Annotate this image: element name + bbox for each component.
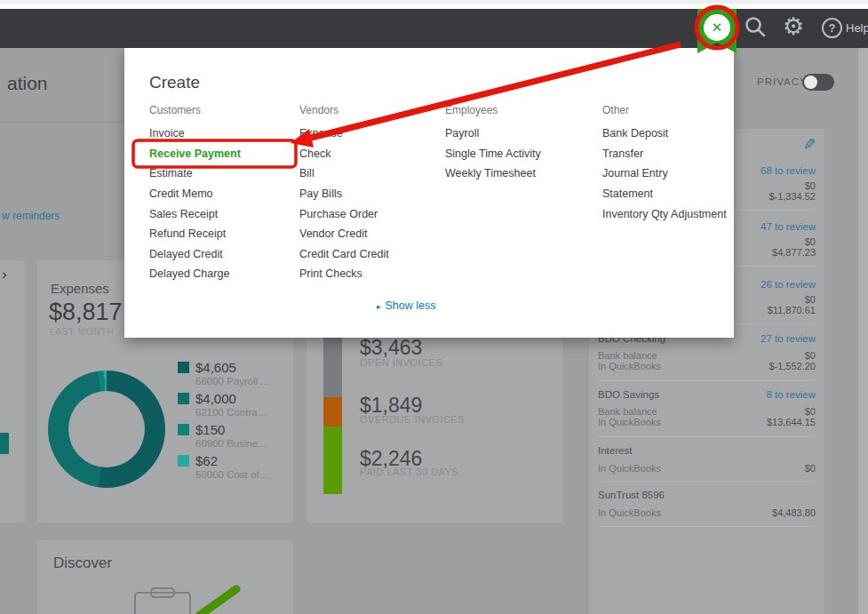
column-header-other: Other [602,104,629,116]
legend-value: $4,000 [195,391,236,406]
legend-label: 66000 Payroll ... [195,376,269,387]
menu-item-inventory-qty-adjustment[interactable]: Inventory Qty Adjustment [602,208,727,220]
menu-item-bill[interactable]: Bill [299,167,315,179]
menu-item-delayed-credit[interactable]: Delayed Credit [149,248,223,260]
menu-item-expense[interactable]: Expense [299,127,343,140]
menu-item-single-time-activity[interactable]: Single Time Activity [445,148,541,160]
bank-balance-value: $0 [805,406,816,417]
column-header-customers: Customers [149,104,201,116]
create-menu-title: Create [149,73,200,92]
bank-balance-value: $0 [805,180,816,191]
legend-swatch [178,455,189,466]
chevron-right-icon[interactable]: › [2,266,7,283]
menu-item-bank-deposit[interactable]: Bank Deposit [602,127,668,140]
expenses-card-title: Expenses [51,281,109,296]
expenses-donut-hole [68,391,145,467]
expenses-period-label: LAST MONTH [50,326,114,337]
help-icon[interactable]: ? [822,18,842,38]
bank-balance-value: $0 [805,236,816,247]
menu-item-delayed-charge[interactable]: Delayed Charge [149,267,229,280]
menu-item-weekly-timesheet[interactable]: Weekly Timesheet [445,167,536,179]
in-quickbooks-value: $4,483.80 [772,507,816,518]
show-less-link[interactable]: ▸Show less [377,299,436,312]
menu-item-credit-card-credit[interactable]: Credit Card Credit [299,248,389,260]
discover-card-title: Discover [53,554,112,572]
divider [598,380,816,381]
edit-pencil-icon[interactable]: ✎ [803,135,816,154]
menu-item-vendor-credit[interactable]: Vendor Credit [299,227,367,240]
triangle-right-icon: ▸ [377,302,381,311]
help-label[interactable]: Help [846,21,868,35]
menu-item-payroll[interactable]: Payroll [445,127,479,140]
menu-item-check[interactable]: Check [299,148,330,160]
to-review-link[interactable]: 47 to review [760,221,816,232]
account-name[interactable]: BDO Savings [598,389,659,400]
privacy-toggle[interactable] [802,74,834,91]
legend-item[interactable]: $62 50000 Cost of... [178,453,289,482]
create-button-close-icon[interactable]: ✕ [704,14,730,41]
invoices-bar-overdue[interactable] [323,397,342,427]
search-icon[interactable] [744,15,768,40]
column-header-vendors: Vendors [299,104,338,116]
menu-item-sales-receipt[interactable]: Sales Receipt [149,208,218,220]
menu-item-print-checks[interactable]: Print Checks [299,267,362,280]
menu-item-receive-payment[interactable]: Receive Payment [149,148,241,160]
page-scrollbar[interactable] [858,48,868,614]
invoices-bar-paid[interactable] [323,427,342,494]
view-reminders-link[interactable]: w reminders [2,210,60,222]
open-invoices-label: OPEN INVOICES [360,357,442,368]
menu-item-credit-memo[interactable]: Credit Memo [149,187,213,200]
clipped-left-card [0,260,25,522]
menu-item-estimate[interactable]: Estimate [149,167,193,179]
account-name[interactable]: Interest [598,445,632,456]
in-quickbooks-label: In QuickBooks [598,361,661,371]
expenses-amount: $8,817 [49,299,123,326]
legend-swatch [178,424,189,435]
in-quickbooks-label: In QuickBooks [598,417,661,427]
column-header-employees: Employees [445,104,498,116]
menu-item-statement[interactable]: Statement [602,187,653,200]
to-review-link[interactable]: 26 to review [760,279,816,290]
to-review-link[interactable]: 68 to review [760,165,816,176]
legend-swatch [178,393,189,404]
legend-item[interactable]: $4,000 62100 Contra... [178,391,289,420]
menu-item-invoice[interactable]: Invoice [149,127,185,140]
menu-item-refund-receipt[interactable]: Refund Receipt [149,227,226,240]
legend-label: 60900 Busine... [195,438,267,449]
to-review-link[interactable]: 27 to review [760,333,816,344]
menu-item-transfer[interactable]: Transfer [602,148,643,160]
privacy-toggle-knob [804,76,817,89]
open-invoices-amount: $3,463 [360,336,422,360]
account-name[interactable]: SunTrust 8596 [598,490,665,500]
legend-label: 62100 Contra... [195,407,266,418]
quickbooks-screen: ation w reminders PRIVACY › Expenses $8,… [0,0,868,614]
to-review-link[interactable]: 8 to review [766,389,816,400]
legend-item[interactable]: $150 60900 Busine... [178,422,289,451]
legend-value: $150 [195,422,225,437]
bank-balance-label: Bank balance [598,406,657,417]
in-quickbooks-label: In QuickBooks [598,507,661,518]
in-quickbooks-value: $0 [805,463,816,474]
privacy-label: PRIVACY [757,76,808,87]
clipboard-pencil-icon [124,582,258,614]
legend-value: $62 [195,453,218,468]
paid-invoices-label: PAID LAST 30 DAYS [360,466,458,477]
in-quickbooks-label: In QuickBooks [598,463,661,474]
gear-icon[interactable]: ⚙ [783,13,804,40]
legend-item[interactable]: $4,605 66000 Payroll ... [178,360,289,389]
legend-label: 50000 Cost of... [195,469,267,480]
show-less-label: Show less [386,299,436,312]
menu-item-journal-entry[interactable]: Journal Entry [602,167,668,179]
menu-item-purchase-order[interactable]: Purchase Order [299,208,378,220]
in-quickbooks-value: $4,877.23 [772,247,816,258]
menu-item-pay-bills[interactable]: Pay Bills [299,187,342,200]
create-menu: Create Customers Invoice Receive Payment… [124,48,734,338]
bank-balance-value: $0 [805,350,816,361]
overdue-invoices-label: OVERDUE INVOICES [360,414,465,425]
divider [598,436,816,437]
in-quickbooks-value: $-1,334.52 [768,191,816,202]
page-heading-fragment: ation [7,73,48,94]
divider [598,482,816,482]
clipped-legend-swatch [0,433,9,454]
in-quickbooks-value: $13,644.15 [767,417,816,427]
